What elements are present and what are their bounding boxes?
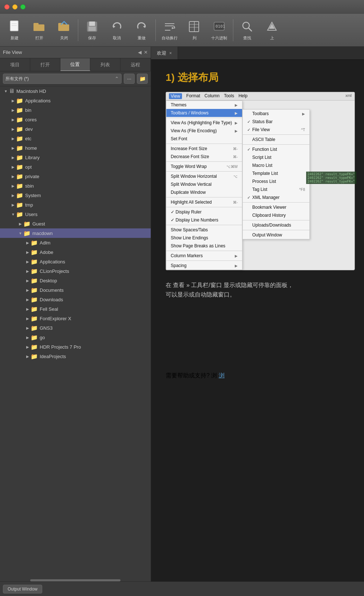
dd-item-display-ruler[interactable]: ✓ Display Ruler (166, 208, 242, 216)
output-window-button[interactable]: Output Window (3, 585, 42, 593)
list-item[interactable]: ▶ 📁 System (0, 191, 151, 200)
filter-input[interactable] (5, 76, 115, 81)
open-button[interactable]: 打开 (28, 16, 51, 45)
panel-collapse-icon[interactable]: ◀ (138, 50, 142, 55)
list-item[interactable]: ▶ 📁 Fell Seal (0, 304, 151, 314)
dd-item-split-horiz[interactable]: Split Window Horizontal ⌥ (166, 172, 242, 180)
dd2-item-file-view[interactable]: ✓ File View ^T (243, 126, 309, 134)
dd2-item-xml-manager[interactable]: ✓ XML Manager (243, 193, 309, 201)
list-item[interactable]: ▶ 📁 Applications (0, 257, 151, 266)
list-item[interactable]: ▶ 📁 private (0, 172, 151, 181)
dd2-item-function-list[interactable]: ✓ Function List (243, 145, 309, 153)
list-item[interactable]: ▶ 📁 GNS3 (0, 323, 151, 333)
list-item[interactable]: ▶ 📁 cores (0, 115, 151, 124)
list-item[interactable]: ▶ 📁 Adobe (0, 247, 151, 257)
minimize-button[interactable] (12, 4, 17, 9)
filter-dots-button[interactable]: ··· (124, 74, 135, 84)
dd2-item-status-bar[interactable]: ✓ Status Bar (243, 118, 309, 126)
menu-column[interactable]: Column (205, 93, 219, 99)
dd-item-toolbars-windows[interactable]: Toolbars / Windows ▶ (166, 109, 242, 117)
dd-item-highlight-all[interactable]: Highlight All Selected ⌘- (166, 198, 242, 206)
tab-location[interactable]: 位置 (60, 58, 91, 71)
dd-item-increase-font[interactable]: Increase Font Size ⌘- (166, 145, 242, 153)
dd-item-duplicate[interactable]: Duplicate Window (166, 188, 242, 196)
list-item[interactable]: ▶ 📁 home (0, 143, 151, 153)
welcome-tab[interactable]: 欢迎 × (151, 47, 178, 59)
dd-item-decrease-font[interactable]: Decrease Font Size ⌘- (166, 153, 242, 161)
dd-item-show-breaks[interactable]: Show Page Breaks as Lines (166, 242, 242, 250)
list-item[interactable]: ▶ 📁 HDR Projects 7 Pro (0, 342, 151, 352)
dd-item-spacing[interactable]: Spacing ▶ (166, 262, 242, 270)
list-item[interactable]: ▶ 📁 CLionProjects (0, 266, 151, 276)
maximize-button[interactable] (20, 4, 25, 9)
close-file-button[interactable]: 关闭 (52, 16, 76, 45)
list-item[interactable]: ▶ 📁 tmp (0, 200, 151, 209)
help-link[interactable]: 浏 (219, 372, 225, 379)
filter-arrow-icon[interactable]: ⌃ (115, 76, 119, 82)
dd2-item-output-window[interactable]: Output Window (243, 231, 309, 239)
dd-item-show-endings[interactable]: Show Line Endings (166, 234, 242, 242)
dd2-item-script-list[interactable]: Script List (243, 153, 309, 161)
list-item[interactable]: ▶ 📁 Applications (0, 96, 151, 105)
filter-folder-button[interactable]: 📁 (137, 74, 148, 84)
list-item[interactable]: ▶ 📁 bin (0, 105, 151, 115)
horizontal-scrollbar[interactable] (30, 579, 120, 581)
list-item[interactable]: ▶ 📁 sbin (0, 181, 151, 191)
welcome-tab-close-button[interactable]: × (169, 51, 172, 56)
dd-item-themes[interactable]: Themes ▶ (166, 101, 242, 109)
list-item[interactable]: ▶ 📁 Documents (0, 285, 151, 295)
save-button[interactable]: 保存 (80, 16, 104, 45)
list-item[interactable]: ▶ 📁 dev (0, 124, 151, 134)
hex-button[interactable]: 0101 十六进制 (207, 16, 231, 45)
menu-view[interactable]: View (169, 93, 182, 99)
tab-project[interactable]: 项目 (0, 58, 30, 71)
list-item[interactable]: ▶ 📁 opt (0, 162, 151, 172)
list-item[interactable]: ▼ 📁 Users (0, 209, 151, 219)
list-item-selected[interactable]: ▼ 📁 macdown (0, 228, 151, 238)
dd2-item-ascii[interactable]: ASCII Table (243, 136, 309, 144)
dd2-item-clipboard-history[interactable]: Clipboard History (243, 211, 309, 219)
dd-item-display-lines[interactable]: ✓ Display Line Numbers (166, 216, 242, 224)
dd-item-word-wrap[interactable]: Toggle Word Wrap ⌥⌘W (166, 162, 242, 170)
dd2-item-process-list[interactable]: Process List (243, 177, 309, 185)
dd2-item-template-list[interactable]: Template List (243, 169, 309, 177)
dd-item-set-font[interactable]: Set Font (166, 135, 242, 143)
panel-close-icon[interactable]: ✕ (144, 50, 148, 55)
nav-button[interactable]: 上 (260, 16, 284, 45)
tab-open[interactable]: 打开 (30, 58, 60, 71)
list-item[interactable]: ▶ 📁 FontExplorer X (0, 314, 151, 323)
dd2-item-macro-list[interactable]: Macro List (243, 161, 309, 169)
dd-item-view-encoding[interactable]: View As (File Encoding) ▶ (166, 127, 242, 135)
menu-help[interactable]: Help (238, 93, 248, 99)
dd2-item-tag-list[interactable]: Tag List ^F8 (243, 185, 309, 193)
dd-divider (166, 144, 242, 144)
list-item[interactable]: ▶ 📁 Guest (0, 219, 151, 228)
list-item[interactable]: ▶ 📁 Adlm (0, 238, 151, 247)
dd2-item-bookmark-viewer[interactable]: Bookmark Viewer (243, 203, 309, 211)
close-button[interactable] (4, 4, 9, 9)
dd-item-split-vert[interactable]: Split Window Vertical (166, 180, 242, 188)
list-item[interactable]: ▶ 📁 go (0, 333, 151, 342)
dd2-item-toolbars[interactable]: Toolbars ▶ (243, 110, 309, 118)
list-item[interactable]: ▶ 📁 IdeaProjects (0, 352, 151, 361)
undo-button[interactable]: 取消 (105, 16, 128, 45)
dd-item-column-markers[interactable]: Column Markers ▶ (166, 252, 242, 260)
list-item[interactable]: ▶ 📁 Desktop (0, 276, 151, 285)
menu-tools[interactable]: Tools (224, 93, 234, 99)
list-item[interactable]: ▶ 📁 Downloads (0, 295, 151, 304)
redo-button[interactable]: 重做 (130, 16, 153, 45)
dd-item-view-highlighting[interactable]: View As (Highlighting File Type) ▶ (166, 119, 242, 127)
dd-item-show-spaces[interactable]: Show Spaces/Tabs (166, 226, 242, 234)
toolbar-divider-2 (155, 19, 156, 41)
tab-list[interactable]: 列表 (90, 58, 120, 71)
word-wrap-button[interactable]: 自动换行 (158, 16, 181, 45)
menu-format[interactable]: Format (186, 93, 200, 99)
columns-button[interactable]: 列 (183, 16, 206, 45)
new-button[interactable]: 新建 (3, 16, 26, 45)
find-button[interactable]: 查找 (236, 16, 259, 45)
dd2-item-uploads-downloads[interactable]: Uploads/Downloads (243, 221, 309, 229)
tab-remote[interactable]: 远程 (120, 58, 151, 71)
list-item[interactable]: ▶ 📁 etc (0, 134, 151, 143)
list-item[interactable]: ▶ 📁 Library (0, 153, 151, 162)
tree-item-root[interactable]: ▼ 🖥 Macintosh HD (0, 86, 151, 96)
